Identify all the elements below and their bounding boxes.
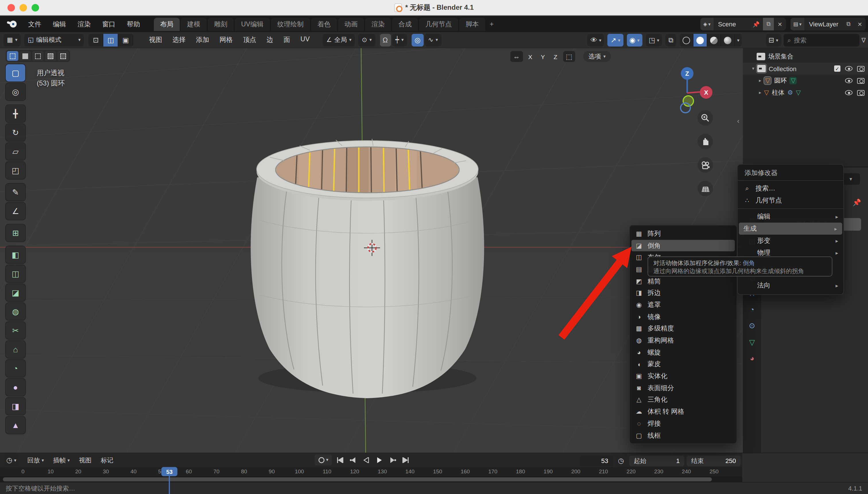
scene-name[interactable]: Scene [714,21,749,27]
workspace-tab[interactable]: 纹理绘制 [271,18,310,31]
workspace-tab[interactable]: 几何节点 [419,18,458,31]
editor-type-button[interactable]: ▦▾ [3,34,21,46]
tool-button[interactable]: ◰ [6,162,25,179]
navigation-gizmo[interactable]: Z X [674,60,718,115]
submenu-item[interactable]: ◖ 蒙皮 [630,358,737,370]
mirror-x-button[interactable]: X [525,51,535,62]
copy-viewlayer-icon[interactable]: ⧉ [843,18,854,31]
submenu-item[interactable]: △ 三角化 [630,394,737,406]
outliner-display-dropdown[interactable]: ⊟▾ [765,34,781,46]
tab-data[interactable]: ▽ [743,335,761,349]
workspace-tab[interactable]: UV编辑 [235,18,270,31]
zoom-view-button[interactable] [698,110,713,126]
close-scene-icon[interactable]: ✕ [774,18,786,31]
tool-button[interactable]: ✂ [6,322,25,339]
camera-view-button[interactable] [698,157,713,173]
visibility-dropdown[interactable]: 👁▾ [588,34,604,46]
wireframe-shading-button[interactable] [680,34,694,46]
play-button[interactable] [374,454,385,465]
tool-button[interactable]: ◪ [6,284,25,301]
workspace-tab[interactable]: 动画 [338,18,364,31]
timeline-scrollbar[interactable] [0,476,742,482]
end-frame-field[interactable]: 结束250 [687,455,741,466]
snap-magnet-icon[interactable]: Ω [380,34,391,46]
menu-category-3[interactable]: 形变▸ [738,235,843,247]
tab-physics[interactable]: ◔ [743,302,761,317]
copy-scene-icon[interactable]: ⧉ [763,18,774,31]
close-viewlayer-icon[interactable]: ✕ [854,18,866,31]
submenu-item[interactable]: ◉ 遮罩 [630,299,737,311]
blender-logo-icon[interactable] [7,21,17,27]
zoom-button[interactable] [32,4,39,12]
add-workspace-button[interactable]: + [485,18,498,31]
timeline-menu[interactable]: 标记 [96,456,118,464]
disclosure-icon[interactable]: ▾ [752,66,754,71]
outliner-search-input[interactable]: ⌕ 搜索 [783,34,859,46]
menu-search-item[interactable]: ⌕ 搜索… [738,183,843,194]
tool-button[interactable]: ◎ [6,83,25,100]
gizmos-dropdown[interactable]: ◳▾ [646,34,662,46]
submenu-item[interactable]: ◨ 拆边 [630,287,737,299]
viewport-menu[interactable]: 选择 [167,33,191,46]
workspace-tab[interactable]: 合成 [392,18,418,31]
properties-dropdown[interactable]: ▾ [842,173,860,185]
select-subtract-button[interactable] [32,51,44,61]
workspace-tab[interactable]: 布局 [154,18,180,31]
app-menu[interactable]: 文件 [22,18,47,31]
tool-button[interactable]: ╋ [6,105,25,122]
tab-material[interactable]: ◕ [743,350,761,365]
orientation-dropdown[interactable]: ∠ 全局▾ [323,34,355,46]
camera-visibility-icon[interactable] [857,90,865,96]
face-select-button[interactable]: ▣ [118,34,133,46]
tool-button[interactable]: ⌂ [6,341,25,358]
pin-icon[interactable]: 📌 [749,18,763,31]
jump-to-end-button[interactable] [400,454,411,465]
collection-checkbox[interactable]: ✓ [834,65,841,72]
viewport-menu[interactable]: UV [295,33,315,46]
toggle-ortho-button[interactable] [698,181,713,196]
viewlayer-selector[interactable]: ▤▾ ViewLayer ⧉ ✕ [791,18,866,31]
show-overlays-toggle[interactable]: ◉▾ [627,34,642,46]
hide-icon[interactable] [845,66,852,71]
tool-button[interactable]: ▢ [6,64,25,81]
tool-button[interactable]: ◨ [6,398,25,415]
tool-button[interactable]: ◫ [6,265,25,282]
tool-button[interactable]: ↻ [6,124,25,141]
select-invert-button[interactable] [45,51,56,61]
expand-icon[interactable]: ▸ [759,78,761,83]
select-intersect-button[interactable] [57,51,69,61]
menu-category-5[interactable]: 法向▸ [738,280,843,291]
select-extend-button[interactable] [19,51,31,61]
minimize-button[interactable] [19,4,27,12]
expand-icon[interactable]: ▸ [759,90,761,95]
camera-visibility-icon[interactable] [857,66,865,72]
menu-category-2[interactable]: 生成▸ [739,223,842,235]
menu-category-1[interactable]: 编辑▸ [738,211,843,223]
app-menu[interactable]: 窗口 [96,18,121,31]
mirror-z-button[interactable]: Z [550,51,560,62]
play-reverse-button[interactable] [361,454,371,465]
submenu-item[interactable]: ◍ 重构网格 [630,335,737,346]
next-keyframe-button[interactable] [387,454,398,465]
select-set-button[interactable] [7,51,18,61]
tab-constraints[interactable]: ⊙ [743,318,761,333]
submenu-item[interactable]: ◌ 焊接 [630,418,737,430]
scene-selector[interactable]: ◈▾ Scene 📌 ⧉ ✕ [700,18,786,31]
material-shading-button[interactable] [707,34,721,46]
scene-icon[interactable]: ◈▾ [700,18,714,31]
submenu-item[interactable]: ▦ 阵列 [630,228,737,240]
workspace-tab[interactable]: 着色 [311,18,337,31]
tool-button[interactable]: ⊞ [6,224,25,242]
proportional-editing-icon[interactable]: ◎ [412,34,423,46]
previous-keyframe-button[interactable] [347,454,358,465]
falloff-dropdown[interactable]: ∿▾ [425,34,441,46]
workspace-tab[interactable]: 建模 [181,18,207,31]
collection-row[interactable]: ▾ Collection ✓ [743,62,868,75]
mirror-icon[interactable]: ⇔ [510,51,523,62]
timeline-menu[interactable]: 插帧▾ [49,456,74,464]
timeline-menu[interactable]: 视图 [74,456,96,464]
app-menu[interactable]: 编辑 [47,18,72,31]
viewlayer-icon[interactable]: ▤▾ [791,18,805,31]
cylinder-row[interactable]: ▸ ▽ 柱体 ⚙ ▽ [743,87,868,99]
menu-geometry-nodes-item[interactable]: ∴ 几何节点 [738,194,843,207]
